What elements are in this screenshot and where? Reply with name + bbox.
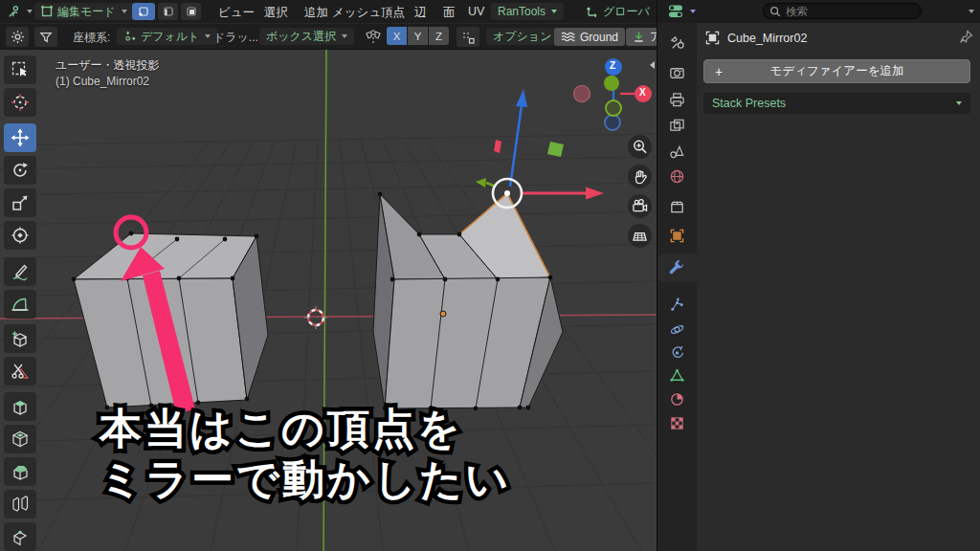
right-cube[interactable] <box>373 190 563 410</box>
scale-icon <box>11 193 30 212</box>
proportional-edit-button[interactable] <box>457 27 479 47</box>
filter-button[interactable] <box>34 27 57 47</box>
tab-particles[interactable] <box>660 292 693 317</box>
header-overflow-chevron[interactable] <box>969 10 974 13</box>
add-modifier-button[interactable]: + モディファイアーを追加 <box>703 59 970 83</box>
tool-knife-bisect[interactable] <box>4 357 36 386</box>
camera-view-button[interactable] <box>628 194 652 218</box>
mirror-axis-buttons: X Y Z <box>387 27 449 45</box>
select-box-value: ボックス選択 <box>266 29 336 45</box>
menu-face[interactable]: 面 <box>443 5 456 21</box>
object-origin-dot <box>440 311 446 317</box>
texture-tab-icon <box>669 415 685 431</box>
tool-rotate[interactable] <box>4 156 36 185</box>
menu-edge[interactable]: 辺 <box>414 5 427 21</box>
down-arrow-green-icon <box>633 31 645 43</box>
tab-tool[interactable] <box>660 30 693 55</box>
tab-world[interactable] <box>660 164 693 188</box>
menu-view[interactable]: ビュー <box>218 5 255 21</box>
edge-select-button[interactable] <box>158 3 178 20</box>
caption-line-2: ミラーで動かしたい <box>100 453 635 504</box>
edge-select-icon <box>163 6 174 17</box>
funnel-icon <box>39 31 53 44</box>
tab-view-layer[interactable] <box>660 113 693 138</box>
tool-bevel[interactable] <box>4 457 36 486</box>
menu-add[interactable]: 追加 <box>304 5 328 21</box>
coord-system-value: デフォルト <box>141 29 199 45</box>
orientation-icon <box>586 5 599 18</box>
tool-settings-button[interactable] <box>6 27 29 47</box>
stack-presets-dropdown[interactable]: Stack Presets <box>703 93 970 114</box>
properties-editor-dropdown[interactable] <box>668 3 696 20</box>
view-info-label: ユーザー・透視投影 <box>56 57 160 74</box>
waves-icon <box>561 31 575 43</box>
pan-button[interactable] <box>628 165 652 188</box>
stack-presets-label: Stack Presets <box>712 97 786 110</box>
ortho-toggle-button[interactable] <box>628 224 652 248</box>
gizmo-z-arrow <box>516 89 527 107</box>
mode-dropdown[interactable]: 編集モード <box>34 3 134 20</box>
face-select-button[interactable] <box>181 3 201 20</box>
tab-output[interactable] <box>660 87 693 112</box>
measure-icon <box>11 295 30 314</box>
pin-icon[interactable] <box>959 30 973 44</box>
object-tab-icon <box>669 228 685 244</box>
mirror-z-button[interactable]: Z <box>429 27 449 45</box>
tool-loop-cut[interactable] <box>4 490 36 518</box>
face-select-icon <box>186 6 197 17</box>
caption-line-1: 本当はこの頂点を <box>100 403 635 453</box>
menu-select[interactable]: 選択 <box>264 5 288 21</box>
tab-material[interactable] <box>660 386 693 411</box>
gizmo-x-label: X <box>639 87 646 98</box>
zoom-button[interactable] <box>628 135 652 159</box>
tab-collection[interactable] <box>660 194 693 219</box>
tool-measure[interactable] <box>4 290 36 319</box>
scene-tab-icon <box>669 143 685 160</box>
tool-add-cube[interactable] <box>4 324 36 353</box>
vertex-select-button[interactable] <box>132 3 155 20</box>
tab-constraints[interactable] <box>660 340 693 364</box>
mirror-x-button[interactable]: X <box>387 27 407 45</box>
tool-extrude[interactable] <box>4 392 36 421</box>
editor-type-dropdown[interactable] <box>4 3 35 20</box>
tool-scale[interactable] <box>4 188 36 217</box>
properties-search[interactable] <box>763 3 922 19</box>
tool-transform[interactable] <box>4 221 36 250</box>
menu-vertex[interactable]: 頂点 <box>381 5 405 21</box>
tab-modifiers-active[interactable] <box>660 255 693 280</box>
tool-inset[interactable] <box>4 425 36 453</box>
menu-mesh[interactable]: メッシュ <box>332 5 381 21</box>
tab-scene[interactable] <box>660 139 693 164</box>
tab-render[interactable] <box>660 60 693 85</box>
region-collapse-arrow[interactable] <box>648 58 657 72</box>
tab-object-data[interactable] <box>660 363 693 387</box>
tab-texture[interactable] <box>660 410 693 435</box>
tool-select-box[interactable] <box>4 55 36 84</box>
mirror-y-button[interactable]: Y <box>408 27 428 45</box>
gizmo-ball-neg-z <box>605 115 620 130</box>
select-tool-dropdown[interactable]: ボックス選択 <box>259 28 354 45</box>
tool-tab-icon <box>669 34 685 51</box>
poly-build-icon <box>11 527 30 546</box>
tool-annotate[interactable] <box>4 257 36 286</box>
hand-icon <box>633 169 648 185</box>
options-label: オプション <box>493 29 551 45</box>
menu-uv[interactable]: UV <box>468 5 484 18</box>
tab-object[interactable] <box>660 223 693 248</box>
constraints-tab-icon <box>669 344 685 361</box>
cursor-icon <box>11 93 30 112</box>
search-input[interactable] <box>781 6 933 17</box>
view-nav-gizmo[interactable]: Z X <box>568 55 657 143</box>
tool-cursor[interactable] <box>4 88 36 117</box>
output-tab-icon <box>669 92 685 108</box>
tab-physics[interactable] <box>660 317 693 342</box>
tool-poly-build[interactable] <box>4 522 36 551</box>
inset-icon <box>11 430 30 449</box>
gizmo-z-label: Z <box>610 60 615 71</box>
coord-system-dropdown[interactable]: デフォルト <box>117 28 217 45</box>
orientation-dropdown[interactable]: グローバ <box>586 3 655 20</box>
ground-button[interactable]: Ground <box>554 28 625 46</box>
tool-move[interactable] <box>4 123 36 152</box>
particles-tab-icon <box>669 297 685 313</box>
rantools-dropdown[interactable]: RanTools <box>491 3 564 20</box>
